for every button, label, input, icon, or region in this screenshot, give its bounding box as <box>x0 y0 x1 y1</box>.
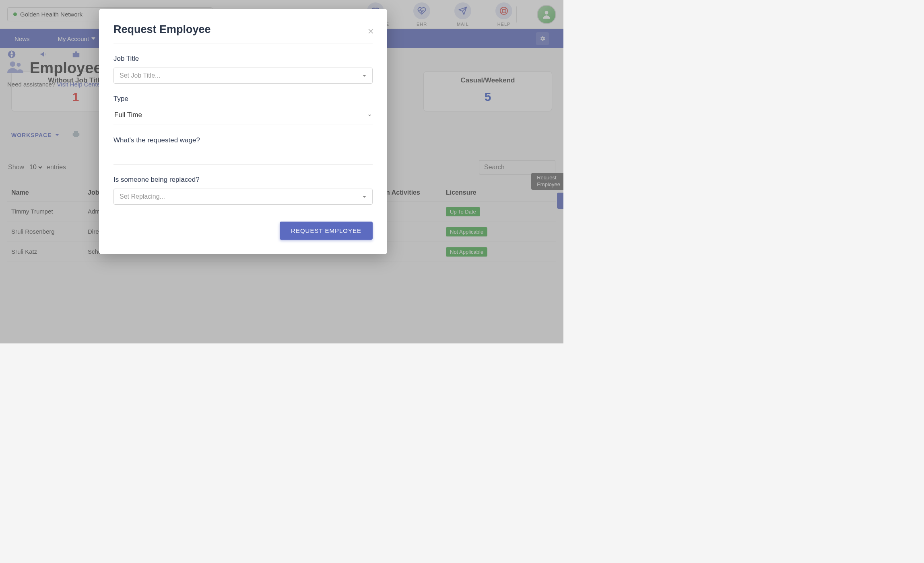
wage-label: What's the requested wage? <box>113 136 373 144</box>
job-title-select[interactable]: Set Job Title... <box>113 68 373 84</box>
close-icon[interactable]: ✕ <box>367 27 374 36</box>
type-label: Type <box>113 95 373 103</box>
caret-down-icon <box>362 195 367 199</box>
wage-input[interactable] <box>113 149 373 164</box>
job-title-placeholder: Set Job Title... <box>120 72 160 79</box>
request-employee-submit-button[interactable]: REQUEST EMPLOYEE <box>280 222 373 240</box>
type-select[interactable]: Full Time <box>113 108 373 125</box>
replace-label: Is someone being replaced? <box>113 176 373 184</box>
caret-down-icon <box>362 74 367 78</box>
chevron-down-icon <box>367 113 372 117</box>
type-value: Full Time <box>114 111 142 119</box>
job-title-label: Job Title <box>113 55 373 63</box>
replacing-select[interactable]: Set Replacing... <box>113 189 373 205</box>
request-employee-modal: Request Employee ✕ Job Title Set Job Tit… <box>99 9 387 254</box>
modal-title: Request Employee <box>113 23 373 36</box>
replacing-placeholder: Set Replacing... <box>120 193 165 200</box>
